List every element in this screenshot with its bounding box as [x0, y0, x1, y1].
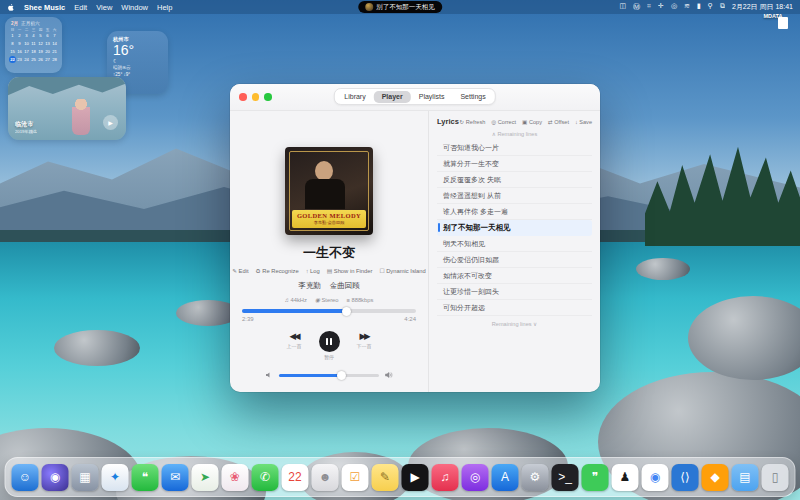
next-track-button[interactable]: ▶▶ 下一首: [357, 331, 372, 349]
tool-icon: ▣: [522, 119, 527, 125]
dock-vscode-icon[interactable]: ⟨⟩: [672, 464, 699, 491]
dock-tv-icon[interactable]: ▶: [402, 464, 429, 491]
weekday-label: 三: [30, 28, 37, 32]
tab-player[interactable]: Player: [374, 91, 411, 103]
dock-appstore-icon[interactable]: A: [492, 464, 519, 491]
lyric-line[interactable]: 就算分开一生不变: [437, 156, 592, 172]
refresh-lyrics-button[interactable]: ↻ Refresh: [460, 119, 486, 125]
dock-maps-icon[interactable]: ➤: [192, 464, 219, 491]
dock-safari-icon[interactable]: ✦: [102, 464, 129, 491]
dock-app-glyph: ♟: [620, 471, 631, 483]
edit-button[interactable]: ✎ Edit: [232, 268, 248, 274]
volume-slider[interactable]: [279, 374, 379, 377]
calendar-widget[interactable]: 2月 正月初六 日一二三四五六 123456789101112131415161…: [5, 17, 62, 73]
dock-contacts-icon[interactable]: ☻: [312, 464, 339, 491]
dock-mail-icon[interactable]: ✉: [162, 464, 189, 491]
calendar-day: 6: [44, 32, 51, 39]
dock-photos-icon[interactable]: ❀: [222, 464, 249, 491]
dock-chrome-icon[interactable]: ◉: [642, 464, 669, 491]
stage-manager-icon[interactable]: ✛: [658, 2, 664, 12]
tab-settings[interactable]: Settings: [452, 91, 493, 103]
remaining-lines-below[interactable]: Remaining lines ∨: [437, 321, 592, 327]
app-shortcut-icon[interactable]: ◫: [619, 2, 626, 12]
re-recognize-button[interactable]: ♻ Re Recognize: [256, 268, 299, 274]
screen-record-icon[interactable]: ◎: [671, 2, 677, 12]
weekday-label: 五: [44, 28, 51, 32]
menu-item[interactable]: Window: [121, 3, 148, 12]
dock-terminal-icon[interactable]: >_: [552, 464, 579, 491]
artist-link[interactable]: 李克勤: [298, 281, 321, 291]
calendar-day: 5: [37, 32, 44, 39]
dock-podcasts-icon[interactable]: ◎: [462, 464, 489, 491]
app-menu-title[interactable]: Shee Music: [24, 3, 65, 12]
dock-reminders-icon[interactable]: ☑: [342, 464, 369, 491]
dock-facetime-icon[interactable]: ✆: [252, 464, 279, 491]
cover-title-badge: GOLDEN MELODY 李克勤·金曲回顾: [292, 210, 366, 228]
photo-person: [72, 99, 90, 135]
window-titlebar[interactable]: LibraryPlayerPlaylistsSettings: [230, 84, 600, 111]
album-link[interactable]: 金曲回顾: [330, 281, 360, 291]
seek-knob[interactable]: [342, 307, 351, 316]
now-playing-pill[interactable]: 别了不知那一天相见: [358, 1, 442, 13]
battery-icon[interactable]: ▮: [697, 2, 701, 12]
control-center-icon[interactable]: ⧉: [720, 2, 725, 12]
seek-bar[interactable]: [242, 309, 416, 313]
dock-app-glyph: ☻: [319, 471, 332, 483]
dock-finder-icon[interactable]: ☺: [12, 464, 39, 491]
minimize-button[interactable]: [252, 93, 260, 101]
lyric-line[interactable]: 可知分开超远: [437, 300, 592, 316]
dock-wechat-icon[interactable]: ❞: [582, 464, 609, 491]
lyric-line[interactable]: 别了不知那一天相见: [437, 220, 592, 236]
menu-item[interactable]: Edit: [74, 3, 87, 12]
music-status-icon[interactable]: Ⓜ: [633, 2, 640, 12]
dynamic-island-checkbox[interactable]: ☐ Dynamic Island: [379, 268, 425, 274]
dock-notes-icon[interactable]: ✎: [372, 464, 399, 491]
correct-lyrics-button[interactable]: ◎ Correct: [491, 119, 516, 125]
dock-qq-icon[interactable]: ♟: [612, 464, 639, 491]
dock-siri-icon[interactable]: ◉: [42, 464, 69, 491]
lyric-line[interactable]: 伤心爱侣仍旧如愿: [437, 252, 592, 268]
remaining-lines-above[interactable]: ∧ Remaining lines: [437, 131, 592, 137]
lyrics-list: 可否知道我心一片就算分开一生不变反反覆覆多次 失眠曾经遥遥想到 从前谁人再伴你 …: [437, 140, 592, 316]
lyric-line[interactable]: 曾经遥遥想到 从前: [437, 188, 592, 204]
lyric-line[interactable]: 可否知道我心一片: [437, 140, 592, 156]
copy-lyrics-button[interactable]: ▣ Copy: [522, 119, 542, 125]
dock-calendar-icon[interactable]: 22: [282, 464, 309, 491]
lyric-line[interactable]: 明天不知相见: [437, 236, 592, 252]
apple-menu-icon[interactable]: [7, 3, 15, 12]
save-lyrics-button[interactable]: ↓ Save: [575, 119, 592, 125]
lyric-line[interactable]: 让更珍惜一刻回头: [437, 284, 592, 300]
tab-playlists[interactable]: Playlists: [411, 91, 453, 103]
close-button[interactable]: [239, 93, 247, 101]
dock-app-glyph: ▤: [739, 471, 750, 483]
dock-orange-app-icon[interactable]: ◆: [702, 464, 729, 491]
memory-play-button[interactable]: ▶: [103, 115, 118, 130]
lyric-line[interactable]: 反反覆覆多次 失眠: [437, 172, 592, 188]
dock-downloads-folder-icon[interactable]: ▤: [732, 464, 759, 491]
dock-music-icon[interactable]: ♫: [432, 464, 459, 491]
menu-item[interactable]: View: [96, 3, 112, 12]
volume-knob[interactable]: [337, 371, 346, 380]
dock-messages-icon[interactable]: ❝: [132, 464, 159, 491]
spotlight-search-icon[interactable]: ⚲: [708, 2, 713, 12]
menu-item[interactable]: Help: [157, 3, 172, 12]
photos-widget[interactable]: 临沧市 2019年精选 ▶: [8, 77, 126, 140]
menu-clock[interactable]: 2月22日 周日 18:41: [732, 2, 793, 12]
dock-trash-icon[interactable]: ▯: [762, 464, 789, 491]
zoom-button[interactable]: [264, 93, 272, 101]
wifi-icon[interactable]: ≋: [684, 2, 690, 12]
input-source-icon[interactable]: ⌗: [647, 2, 651, 12]
play-pause-button[interactable]: 暂停: [319, 331, 340, 360]
previous-track-button[interactable]: ◀◀ 上一首: [287, 331, 302, 349]
log-button[interactable]: ↑ Log: [306, 268, 320, 274]
lyric-line[interactable]: 如情浓不可改变: [437, 268, 592, 284]
lyric-line[interactable]: 谁人再伴你 多走一遍: [437, 204, 592, 220]
show-in-finder-button[interactable]: ▤ Show in Finder: [327, 268, 373, 274]
offset-lyrics-button[interactable]: ⇄ Offset: [548, 119, 569, 125]
audio-meta-item: ≡ 888kbps: [347, 297, 374, 303]
calendar-weekday-row: 日一二三四五六: [9, 28, 58, 32]
dock-settings-icon[interactable]: ⚙: [522, 464, 549, 491]
album-artwork[interactable]: GOLDEN MELODY 李克勤·金曲回顾: [285, 147, 373, 235]
dock-launchpad-icon[interactable]: ▦: [72, 464, 99, 491]
tab-library[interactable]: Library: [336, 91, 373, 103]
